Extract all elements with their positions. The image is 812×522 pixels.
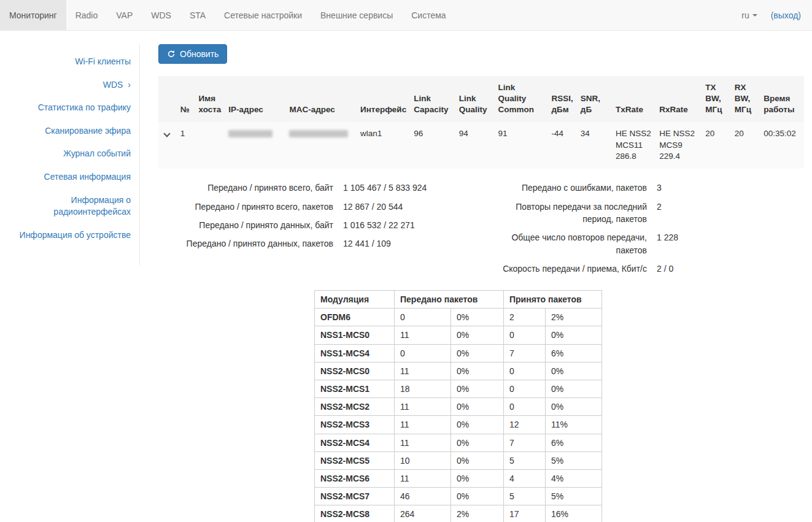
- modulation-row: NSS2-MCS3 11 0% 12 11%: [315, 416, 602, 434]
- stat-value: 3: [657, 182, 662, 194]
- tab-wds[interactable]: WDS: [142, 0, 180, 30]
- stat-label: Передано / принято всего, пакетов: [158, 201, 333, 213]
- mod-tx: 0: [395, 344, 451, 362]
- modulation-row: NSS2-MCS8 264 2% 17 16%: [315, 505, 602, 522]
- client-hostname: [195, 122, 225, 169]
- mod-tx-pct: 0%: [451, 362, 504, 380]
- stat-row: Передано / принято всего, пакетов 12 867…: [158, 198, 452, 216]
- mod-rx: 0: [504, 380, 546, 398]
- stat-value: 1 016 532 / 22 271: [343, 219, 415, 231]
- sidebar-item-network-info[interactable]: Сетевая информация: [6, 166, 131, 189]
- sidebar-item-traffic-stats[interactable]: Статистика по трафику: [6, 96, 131, 120]
- mod-tx-pct: 0%: [451, 344, 504, 362]
- client-row[interactable]: 1 wlan1 96 94 91 -44 34 HE NSS2 MCS11 28…: [158, 122, 804, 169]
- tab-monitoring[interactable]: Мониторинг: [0, 0, 66, 30]
- stat-value: 1 105 467 / 5 833 924: [343, 182, 427, 194]
- mod-tx: 46: [395, 488, 451, 505]
- mod-rx-pct: 6%: [546, 344, 602, 362]
- mod-tx-pct: 0%: [451, 488, 504, 505]
- modulation-row: NSS2-MCS0 11 0% 0 0%: [315, 362, 602, 380]
- sidebar-item-air-scan[interactable]: Сканирование эфира: [6, 120, 131, 143]
- sidebar-item-device-info[interactable]: Информация об устройстве: [6, 224, 131, 247]
- col-rxrate: RxRate: [655, 76, 702, 122]
- col-uptime: Время работы: [760, 76, 804, 122]
- mod-tx: 11: [395, 326, 451, 344]
- tab-radio[interactable]: Radio: [66, 0, 107, 30]
- mod-rx-pct: 0%: [546, 380, 602, 398]
- mod-rx: 17: [504, 505, 546, 522]
- sidebar-item-label: WDS: [103, 80, 123, 90]
- col-rx-bw: RX BW, МГц: [731, 76, 760, 122]
- client-txrate: HE NSS2 MCS11 286.8: [612, 122, 655, 169]
- tab-system[interactable]: Система: [402, 0, 455, 30]
- mod-tx: 11: [395, 434, 451, 451]
- chevron-right-icon: ›: [128, 80, 131, 90]
- sidebar: Wi-Fi клиенты WDS › Статистика по трафик…: [0, 44, 140, 265]
- client-rssi: -44: [548, 122, 577, 169]
- col-link-quality-common: Link Quality Common: [495, 76, 548, 122]
- mod-name: NSS2-MCS5: [315, 451, 395, 469]
- client-mac: [285, 122, 357, 169]
- modulation-row: NSS2-MCS6 11 0% 4 4%: [315, 469, 602, 487]
- stat-row: Общее число повторов передачи, пакетов 1…: [486, 228, 678, 259]
- expander-header: [158, 76, 177, 122]
- mod-rx-pct: 16%: [546, 505, 602, 522]
- mod-rx: 7: [504, 434, 546, 451]
- mod-rx: 0: [504, 362, 546, 380]
- stat-row: Повторы передачи за последний период, па…: [486, 198, 678, 229]
- mod-name: NSS2-MCS2: [315, 398, 395, 416]
- sidebar-item-radio-interfaces-info[interactable]: Информация о радиоинтерфейсах: [6, 189, 131, 224]
- mod-tx-pct: 0%: [451, 309, 504, 326]
- mod-rx-pct: 6%: [546, 434, 602, 451]
- col-snr: SNR, дБ: [577, 76, 612, 122]
- mod-tx: 10: [395, 451, 451, 469]
- logout-link[interactable]: (выход): [771, 10, 801, 20]
- modulation-row: NSS1-MCS4 0 0% 7 6%: [315, 344, 602, 362]
- mod-rx-pct: 2%: [546, 309, 602, 326]
- tab-external-services[interactable]: Внешние сервисы: [311, 0, 402, 30]
- client-tx-bw: 20: [702, 122, 731, 169]
- mod-tx-pct: 0%: [451, 469, 504, 487]
- mod-rx-pct: 11%: [546, 416, 602, 434]
- stat-value: 2: [657, 201, 662, 226]
- refresh-icon: [167, 50, 176, 58]
- mod-rx-pct: 0%: [546, 326, 602, 344]
- tab-sta[interactable]: STA: [180, 0, 215, 30]
- mod-tx: 11: [395, 416, 451, 434]
- client-interface: wlan1: [357, 122, 410, 169]
- col-interface: Интерфейс: [357, 76, 410, 122]
- mod-name: OFDM6: [315, 309, 395, 326]
- sidebar-item-wds[interactable]: WDS ›: [6, 74, 131, 97]
- client-rx-bw: 20: [731, 122, 760, 169]
- chevron-down-icon[interactable]: [163, 130, 170, 137]
- refresh-button[interactable]: Обновить: [158, 44, 227, 64]
- language-dropdown[interactable]: ru: [741, 10, 757, 20]
- sidebar-item-event-log[interactable]: Журнал событий: [6, 142, 131, 166]
- stat-value: 12 867 / 20 544: [343, 201, 403, 213]
- stat-label: Скорость передачи / приема, Кбит/с: [486, 263, 647, 275]
- modulation-row: NSS2-MCS1 18 0% 0 0%: [315, 380, 602, 398]
- mod-tx: 18: [395, 380, 451, 398]
- col-tx-bw: TX BW, МГц: [702, 76, 731, 122]
- mod-tx-pct: 0%: [451, 398, 504, 416]
- mod-tx-pct: 0%: [451, 326, 504, 344]
- stat-label: Передано / принято данных, байт: [158, 219, 333, 231]
- traffic-stats: Передано / принято всего, байт 1 105 467…: [158, 178, 804, 278]
- tab-network-settings[interactable]: Сетевые настройки: [215, 0, 311, 30]
- mod-rx: 0: [504, 326, 546, 344]
- stat-row: Передано / принято всего, байт 1 105 467…: [158, 178, 452, 197]
- modulation-row: NSS2-MCS5 10 0% 5 5%: [315, 451, 602, 469]
- client-rxrate: HE NSS2 MCS9 229.4: [655, 122, 702, 169]
- caret-down-icon: [752, 14, 757, 17]
- stats-right-column: Передано с ошибками, пакетов 3 Повторы п…: [486, 178, 678, 278]
- stat-row: Передано / принято данных, байт 1 016 53…: [158, 216, 452, 234]
- col-link-quality: Link Quality: [455, 76, 495, 122]
- client-snr: 34: [577, 122, 612, 169]
- sidebar-item-wifi-clients[interactable]: Wi-Fi клиенты: [6, 50, 131, 74]
- mod-col-tx-packets: Передано пакетов: [395, 291, 504, 309]
- mod-name: NSS2-MCS1: [315, 380, 395, 398]
- tab-vap[interactable]: VAP: [107, 0, 142, 30]
- stat-label: Общее число повторов передачи, пакетов: [486, 231, 647, 256]
- mod-rx: 2: [504, 309, 546, 326]
- mod-col-modulation: Модуляция: [315, 291, 395, 309]
